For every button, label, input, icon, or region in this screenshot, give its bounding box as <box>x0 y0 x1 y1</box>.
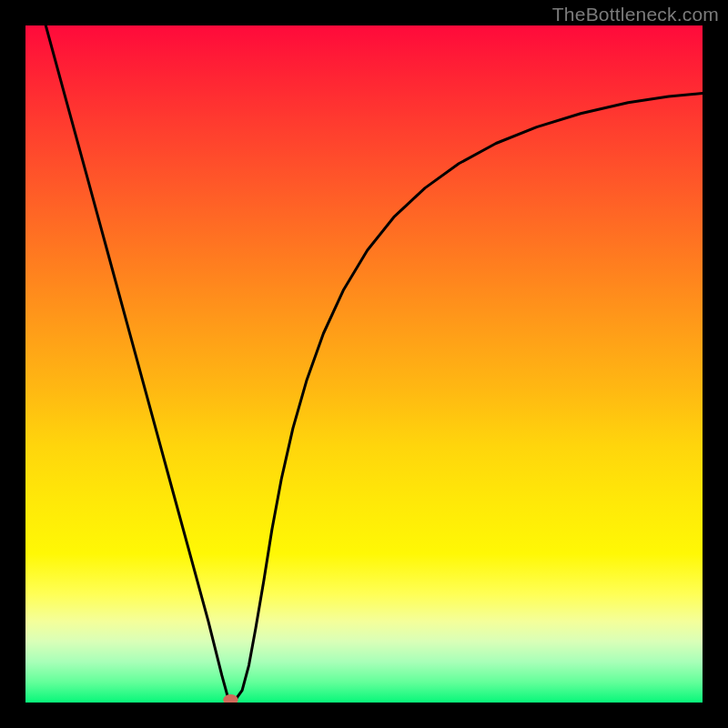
watermark-text: TheBottleneck.com <box>552 4 719 25</box>
plot-area <box>25 25 703 703</box>
curve-minimum-marker <box>223 694 238 703</box>
chart-frame: TheBottleneck.com <box>0 0 728 728</box>
chart-svg <box>25 25 703 703</box>
chart-curve <box>46 25 703 700</box>
